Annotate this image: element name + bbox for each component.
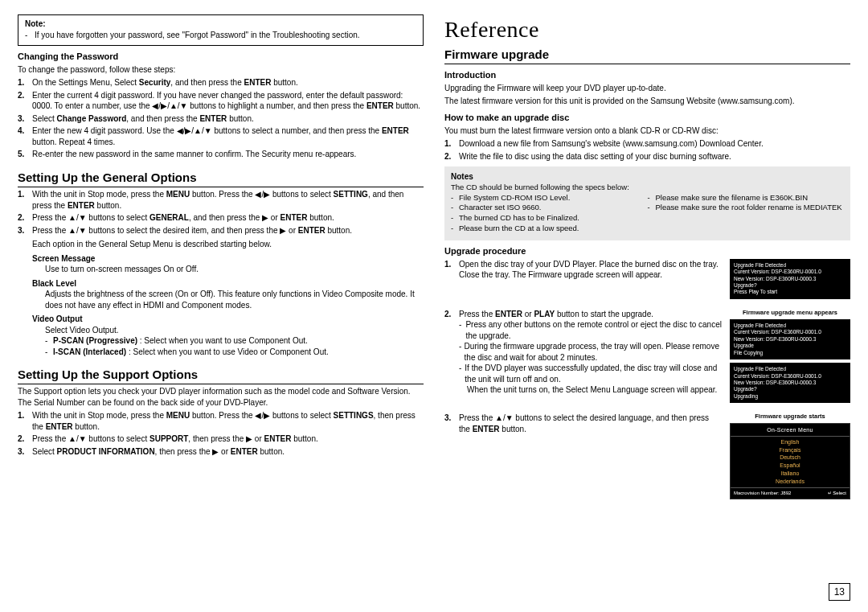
page: Note: - If you have forgotten your passw… xyxy=(18,14,850,506)
page-number: 13 xyxy=(829,583,850,601)
intro-text: Upgrading the Firmware will keep your DV… xyxy=(444,83,850,94)
lang-menu-title: On-Screen Menu xyxy=(731,426,850,436)
lang-item: Nederlands xyxy=(731,478,850,486)
option-black-level: Black Level xyxy=(32,278,424,290)
list-item: 3.Press the ▲/▼ buttons to select the de… xyxy=(18,225,424,236)
how-to-make-disc-heading: How to make an upgrade disc xyxy=(444,112,850,124)
password-steps: 1.On the Settings Menu, Select Security,… xyxy=(18,77,424,160)
list-item: 2.Enter the current 4 digit password. If… xyxy=(18,90,424,112)
list-item: 1.Open the disc tray of your DVD Player.… xyxy=(444,259,722,281)
list-item: 2.Press the ▲/▼ buttons to select GENERA… xyxy=(18,212,424,224)
list-item: 3.Press the ▲/▼ buttons to select the de… xyxy=(444,413,722,434)
firmware-screenshot-1: Upgrade File DetectedCurent Version: DSP… xyxy=(730,259,850,302)
firmware-screenshot-3: Upgrade File DetectedCurent Version: DSP… xyxy=(730,363,850,403)
language-menu-screenshot: Firmware upgrade starts On-Screen Menu E… xyxy=(730,413,850,499)
caption: Firmware upgrade starts xyxy=(730,413,850,421)
how-steps: 1.Download a new file from Samsung's web… xyxy=(444,138,850,162)
how-intro: You must burn the latest firmware versio… xyxy=(444,125,850,137)
list-item: 5.Re-enter the new password in the same … xyxy=(18,149,424,160)
changing-password-intro: To change the password, follow these ste… xyxy=(18,64,424,76)
option-video-output: Video Output xyxy=(32,314,424,325)
select-hint: ↵ Select xyxy=(828,490,846,496)
lang-item: Français xyxy=(731,446,850,454)
general-options-heading: Setting Up the General Options xyxy=(18,170,424,187)
option-desc: Select Video Output. xyxy=(32,325,424,336)
firmware-screenshot-2: Upgrade File DetectedCurent Version: DSP… xyxy=(730,319,850,359)
sub-bullet: -P-SCAN (Progressive) : Select when you … xyxy=(32,335,424,347)
list-item: 2.Write the file to disc using the data … xyxy=(444,151,850,162)
note-text: If you have forgotten your password, see… xyxy=(35,30,360,41)
lang-item: Deutsch xyxy=(731,454,850,462)
notes-box: Notes The CD should be burned following … xyxy=(444,166,850,240)
lang-item: Italiano xyxy=(731,470,850,478)
reference-heading: Reference xyxy=(444,14,850,45)
left-column: Note: - If you have forgotten your passw… xyxy=(18,14,424,506)
list-item: 2. Press the ENTER or PLAY button to sta… xyxy=(444,309,722,396)
general-options-block: Each option in the General Setup Menu is… xyxy=(18,239,424,357)
note-heading: Note: xyxy=(25,18,416,30)
lang-item: English xyxy=(731,438,850,446)
dash-icon: - xyxy=(25,30,35,41)
intro-text: The latest firmware version for this uni… xyxy=(444,96,850,107)
general-intro: Each option in the General Setup Menu is… xyxy=(32,239,424,250)
caption: Firmware upgrade menu appears xyxy=(730,309,850,317)
notes-item: Character set ISO 9660. xyxy=(459,203,541,213)
option-desc: Adjusts the brightness of the screen (On… xyxy=(32,289,424,310)
list-item: 1.Download a new file from Samsung's web… xyxy=(444,138,850,150)
support-steps: 1.With the unit in Stop mode, press the … xyxy=(18,410,424,457)
note-item: - If you have forgotten your password, s… xyxy=(25,30,416,41)
notes-intro: The CD should be burned following the sp… xyxy=(451,183,844,193)
list-item: 1.With the unit in Stop mode, press the … xyxy=(18,189,424,211)
support-intro: The Support option lets you check your D… xyxy=(18,386,424,408)
option-screen-message: Screen Message xyxy=(32,253,424,265)
notes-item: The burned CD has to be Finalized. xyxy=(459,213,579,224)
list-item: 3.Select PRODUCT INFORMATION, then press… xyxy=(18,446,424,458)
sub-bullet: -I-SCAN (Interlaced) : Select when you w… xyxy=(32,347,424,358)
firmware-upgrade-heading: Firmware upgrade xyxy=(444,47,850,64)
lang-list: EnglishFrançaisDeutschEspañolItalianoNed… xyxy=(731,438,850,486)
right-column: Reference Firmware upgrade Introduction … xyxy=(444,14,850,506)
list-item: 4.Enter the new 4 digit password. Use th… xyxy=(18,125,424,147)
macrovision-number: Macrovision Number: J892 xyxy=(734,490,791,496)
list-item: 3.Select Change Password, and then press… xyxy=(18,113,424,125)
list-item: 1.With the unit in Stop mode, press the … xyxy=(18,410,424,432)
lang-item: Español xyxy=(731,462,850,470)
notes-heading: Notes xyxy=(451,171,844,183)
list-item: 2.Press the ▲/▼ buttons to select SUPPOR… xyxy=(18,433,424,445)
notes-item: Please make sure the filename is E360K.B… xyxy=(656,193,809,203)
firmware-screenshot-group: Firmware upgrade menu appears Upgrade Fi… xyxy=(730,309,850,407)
introduction-heading: Introduction xyxy=(444,69,850,81)
support-options-heading: Setting Up the Support Options xyxy=(18,367,424,384)
changing-password-heading: Changing the Password xyxy=(18,51,424,63)
option-desc: Use to turn on-screen messages On or Off… xyxy=(32,264,424,275)
notes-item: File System CD-ROM ISO Level. xyxy=(459,193,570,203)
notes-item: Please make sure the root folder rename … xyxy=(656,203,842,213)
general-steps: 1.With the unit in Stop mode, press the … xyxy=(18,189,424,236)
note-box: Note: - If you have forgotten your passw… xyxy=(18,14,424,46)
notes-item: Please burn the CD at a low speed. xyxy=(459,224,579,234)
upgrade-procedure-heading: Upgrade procedure xyxy=(444,245,850,257)
list-item: 1.On the Settings Menu, Select Security,… xyxy=(18,77,424,88)
